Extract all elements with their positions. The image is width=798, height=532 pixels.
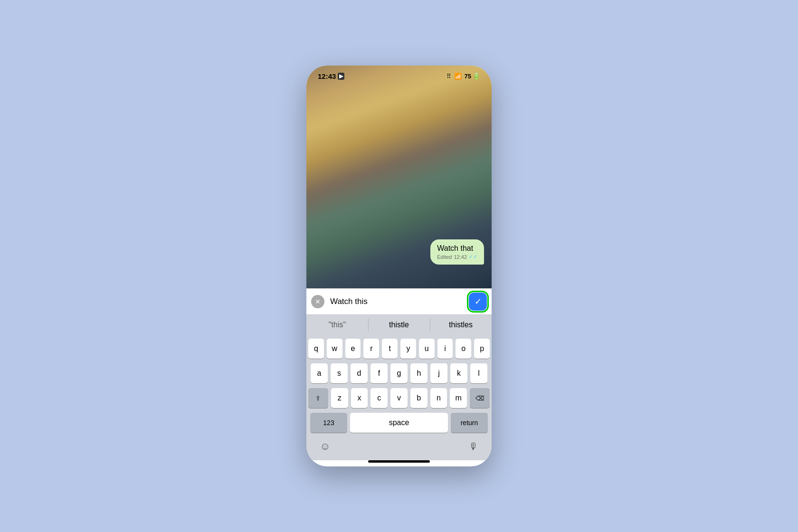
send-icon: ✓ bbox=[475, 296, 482, 307]
key-c[interactable]: c bbox=[370, 388, 388, 408]
double-check-icon: ✓✓ bbox=[469, 254, 477, 260]
shift-key[interactable]: ⇧ bbox=[308, 388, 328, 408]
clear-icon: ✕ bbox=[315, 298, 321, 305]
emoji-icon[interactable]: ☺ bbox=[320, 440, 330, 453]
keyboard-row-3: ⇧ z x c v b n m ⌫ bbox=[308, 388, 490, 408]
key-k[interactable]: k bbox=[450, 363, 467, 383]
key-d[interactable]: d bbox=[351, 363, 368, 383]
key-y[interactable]: y bbox=[400, 339, 416, 359]
delete-key[interactable]: ⌫ bbox=[470, 388, 490, 408]
key-b[interactable]: b bbox=[410, 388, 428, 408]
key-s[interactable]: s bbox=[331, 363, 348, 383]
key-x[interactable]: x bbox=[351, 388, 368, 408]
send-button[interactable]: ✓ bbox=[469, 293, 487, 311]
return-key[interactable]: return bbox=[451, 413, 488, 433]
signal-icon: ⠿ bbox=[446, 73, 451, 80]
edited-label: Edited bbox=[437, 254, 452, 260]
key-r[interactable]: r bbox=[363, 339, 379, 359]
autocomplete-item-0[interactable]: "this" bbox=[306, 315, 368, 335]
autocomplete-item-1[interactable]: thistle bbox=[368, 315, 430, 335]
key-q[interactable]: q bbox=[308, 339, 324, 359]
status-time: 12:43 ▶ bbox=[318, 72, 344, 80]
clear-button[interactable]: ✕ bbox=[311, 295, 324, 308]
previous-message-bubble: Watch that Edited 12:42 ✓✓ bbox=[430, 239, 484, 265]
message-input[interactable] bbox=[328, 297, 465, 306]
key-z[interactable]: z bbox=[331, 388, 348, 408]
key-v[interactable]: v bbox=[390, 388, 408, 408]
space-key[interactable]: space bbox=[350, 413, 448, 433]
key-p[interactable]: p bbox=[474, 339, 490, 359]
key-t[interactable]: t bbox=[382, 339, 398, 359]
key-a[interactable]: a bbox=[311, 363, 328, 383]
keyboard-accessory: ☺ 🎙 bbox=[306, 437, 492, 460]
chat-area: Watch that Edited 12:42 ✓✓ bbox=[306, 66, 492, 288]
key-o[interactable]: o bbox=[456, 339, 471, 359]
autocomplete-bar: "this" thistle thistles bbox=[306, 314, 492, 335]
input-bar: ✕ ✓ bbox=[306, 288, 492, 314]
battery-icon: 75 🔋 bbox=[465, 73, 480, 80]
key-l[interactable]: l bbox=[470, 363, 487, 383]
key-e[interactable]: e bbox=[345, 339, 361, 359]
status-bar: 12:43 ▶ ⠿ 📶 75 🔋 bbox=[306, 66, 492, 83]
key-n[interactable]: n bbox=[430, 388, 447, 408]
wifi-icon: 📶 bbox=[454, 73, 462, 80]
status-icons: ⠿ 📶 75 🔋 bbox=[446, 73, 480, 80]
home-indicator bbox=[368, 460, 430, 463]
key-j[interactable]: j bbox=[430, 363, 447, 383]
key-i[interactable]: i bbox=[437, 339, 453, 359]
send-button-wrapper: ✓ bbox=[469, 293, 487, 311]
phone-frame: Watch that Edited 12:42 ✓✓ 12:43 ▶ ⠿ 📶 7… bbox=[306, 66, 492, 466]
keyboard-row-2: a s d f g h j k l bbox=[308, 363, 490, 383]
message-time: 12:42 bbox=[454, 254, 467, 260]
keyboard-bottom-row: 123 space return bbox=[308, 413, 490, 433]
key-g[interactable]: g bbox=[390, 363, 408, 383]
key-f[interactable]: f bbox=[370, 363, 388, 383]
keyboard-row-1: q w e r t y u i o p bbox=[308, 339, 490, 359]
autocomplete-item-2[interactable]: thistles bbox=[430, 315, 492, 335]
key-h[interactable]: h bbox=[410, 363, 428, 383]
numbers-key[interactable]: 123 bbox=[310, 413, 347, 433]
previous-message-text: Watch that bbox=[437, 244, 473, 252]
mic-icon[interactable]: 🎙 bbox=[469, 441, 478, 452]
carrier-icon: ▶ bbox=[338, 73, 344, 80]
keyboard: q w e r t y u i o p a s d f g h j k l ⇧ … bbox=[306, 335, 492, 437]
key-w[interactable]: w bbox=[327, 339, 342, 359]
key-u[interactable]: u bbox=[419, 339, 435, 359]
key-m[interactable]: m bbox=[450, 388, 467, 408]
message-meta: Edited 12:42 ✓✓ bbox=[437, 254, 477, 260]
